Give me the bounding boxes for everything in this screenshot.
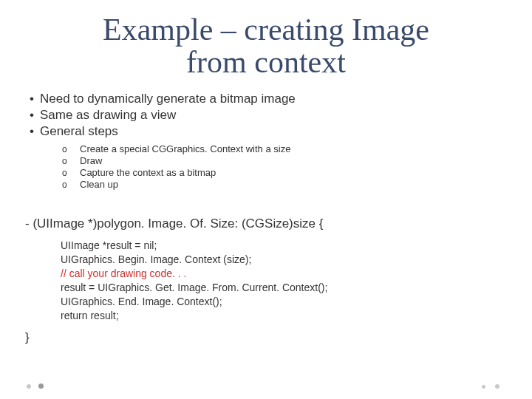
step-3: Capture the context as a bitmap	[62, 167, 507, 178]
title-line-1: Example – creating Image	[103, 13, 429, 47]
code-block: UIImage *result = nil; UIGraphics. Begin…	[61, 239, 507, 322]
step-1: Create a special CGGraphics. Context wit…	[62, 143, 507, 154]
bullet-3: General steps	[30, 124, 507, 139]
main-bullets: Need to dynamically generate a bitmap im…	[30, 92, 507, 139]
method-signature: - (UIImage *)polygon. Image. Of. Size: (…	[25, 216, 507, 231]
code-line-6: return result;	[61, 309, 507, 323]
code-line-5: UIGraphics. End. Image. Context();	[61, 295, 507, 309]
slide-footer-dots	[0, 381, 532, 389]
dot-icon	[38, 383, 44, 389]
bullet-2: Same as drawing a view	[30, 108, 507, 123]
code-line-2: UIGraphics. Begin. Image. Context (size)…	[61, 253, 507, 267]
dot-icon	[27, 384, 31, 389]
dot-icon	[495, 384, 499, 389]
code-line-3: // call your drawing code. . .	[61, 267, 507, 281]
dot-icon	[482, 385, 485, 389]
close-brace: }	[25, 330, 507, 345]
step-4: Clean up	[62, 179, 507, 190]
slide-title: Example – creating Image from context	[25, 13, 507, 78]
step-2: Draw	[62, 155, 507, 166]
bullet-1: Need to dynamically generate a bitmap im…	[30, 92, 507, 106]
sub-bullets: Create a special CGGraphics. Context wit…	[62, 143, 507, 190]
title-line-2: from context	[186, 45, 346, 79]
code-line-1: UIImage *result = nil;	[61, 239, 507, 253]
code-line-4: result = UIGraphics. Get. Image. From. C…	[61, 281, 507, 295]
